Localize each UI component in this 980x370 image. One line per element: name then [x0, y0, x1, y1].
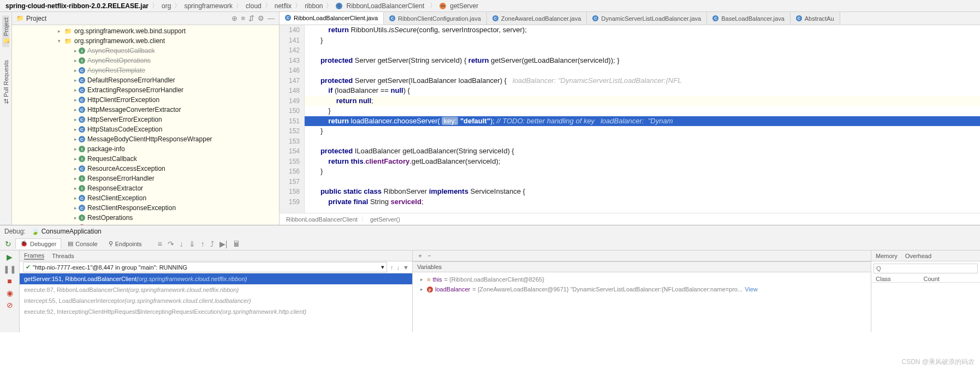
editor-tab[interactable]: CZoneAwareLoadBalancer.java: [487, 12, 587, 25]
breadcrumb-item[interactable]: netflix: [272, 2, 294, 10]
tree-item[interactable]: ▸CHttpClientErrorException: [12, 95, 279, 105]
breadcrumb-item[interactable]: cloud: [243, 2, 264, 10]
tree-item[interactable]: ▸IRestOperations: [12, 213, 279, 223]
tree-item[interactable]: ▸IAsyncRestOperations: [12, 56, 279, 65]
step-out-icon[interactable]: ↑: [199, 240, 206, 248]
tree-item[interactable]: ▸CHttpStatusCodeException: [12, 124, 279, 134]
method-icon: m: [439, 3, 446, 9]
threads-tab[interactable]: Threads: [52, 253, 74, 259]
tab-console[interactable]: ▤ Console: [63, 239, 102, 248]
editor-tab[interactable]: CRibbonLoadBalancerClient.java: [280, 12, 384, 25]
filter-icon[interactable]: ▼: [403, 264, 409, 271]
tree-item[interactable]: ▸CHttpMessageConverterExtractor: [12, 105, 279, 115]
project-tree[interactable]: ▸org.springframework.web.bind.support▾or…: [12, 25, 279, 225]
tree-item[interactable]: ▸CMessageBodyClientHttpResponseWrapper: [12, 134, 279, 144]
tree-item[interactable]: ▸CRestClientException: [12, 193, 279, 203]
tree-item[interactable]: ▸IResponseExtractor: [12, 183, 279, 193]
tree-item[interactable]: ▸CResourceAccessException: [12, 164, 279, 174]
tab-debugger[interactable]: 🐞 Debugger: [15, 238, 61, 249]
drop-frame-icon[interactable]: ⤴: [209, 240, 216, 248]
call-stack[interactable]: getServer:151, RibbonLoadBalancerClient …: [20, 273, 412, 332]
editor-area: CRibbonLoadBalancerClient.javaCRibbonCli…: [280, 12, 980, 225]
editor-breadcrumb: RibbonLoadBalancerClient 〉 getServer(): [280, 213, 980, 225]
evaluate-icon[interactable]: 🖩: [231, 240, 242, 248]
breadcrumb-item[interactable]: springframework: [182, 2, 235, 10]
stop-icon[interactable]: ■: [7, 277, 11, 285]
tree-item[interactable]: ▸ERestOperationsExtensionsKt.class: [12, 223, 279, 225]
settings-icon[interactable]: ⚙: [258, 14, 264, 22]
project-pane-title[interactable]: Project: [16, 15, 227, 22]
editor-tab[interactable]: CDynamicServerListLoadBalancer.java: [587, 12, 707, 25]
run-to-cursor-icon[interactable]: ▶|: [218, 240, 229, 248]
debug-side-toolbar: ▶ ❚❚ ■ ◉ ⊘: [0, 250, 20, 332]
force-step-into-icon[interactable]: ⇓: [187, 240, 197, 248]
editor-bc-item[interactable]: RibbonLoadBalancerClient: [286, 216, 358, 223]
tree-item[interactable]: ▸CExtractingResponseErrorHandler: [12, 85, 279, 95]
editor-tab[interactable]: CAbstractAu: [791, 12, 840, 25]
variable-row[interactable]: ▸p loadBalancer = {ZoneAwareLoadBalancer…: [415, 284, 869, 294]
tree-item[interactable]: ▸CHttpServerErrorException: [12, 115, 279, 124]
tool-tab-pull-requests[interactable]: ⇄ Pull Requests: [2, 58, 9, 106]
locate-icon[interactable]: ⊕: [231, 14, 237, 22]
frames-pane: Frames Threads ✔"http-nio-7777-exec-1"@8…: [20, 250, 413, 332]
memory-pane: Memory Overhead Class Count: [871, 250, 980, 332]
project-pane: Project ⊕ ≡ ⇵ ⚙ — ▸org.springframework.w…: [12, 12, 280, 225]
tree-item[interactable]: ▸IAsyncRequestCallback: [12, 46, 279, 56]
tree-item[interactable]: ▸CAsyncRestTemplate: [12, 65, 279, 75]
hide-icon[interactable]: —: [268, 14, 275, 22]
editor-bc-item[interactable]: getServer(): [370, 216, 400, 223]
editor-tabs: CRibbonLoadBalancerClient.javaCRibbonCli…: [280, 12, 980, 25]
overhead-tab[interactable]: Overhead: [905, 253, 931, 259]
class-icon: C: [336, 3, 342, 9]
frames-tab[interactable]: Frames: [24, 252, 44, 260]
stack-frame[interactable]: execute:87, RibbonLoadBalancerClient (or…: [20, 284, 412, 295]
memory-tab[interactable]: Memory: [876, 253, 898, 259]
variable-row[interactable]: ▸≡ this = {RibbonLoadBalancerClient@8265…: [415, 274, 869, 284]
next-frame-icon[interactable]: ↓: [397, 264, 400, 271]
variables-pane: ＋ － Variables ▸≡ this = {RibbonLoadBalan…: [413, 250, 871, 332]
expand-icon[interactable]: ≡: [241, 14, 245, 22]
stack-frame[interactable]: intercept:55, LoadBalancerInterceptor (o…: [20, 295, 412, 306]
tree-package[interactable]: ▸org.springframework.web.bind.support: [12, 26, 279, 36]
stack-frame[interactable]: getServer:151, RibbonLoadBalancerClient …: [20, 273, 412, 284]
debug-label: Debug:: [4, 228, 26, 235]
breadcrumb-item[interactable]: org: [159, 2, 173, 10]
thread-selector[interactable]: ✔"http-nio-7777-exec-1"@8,447 in group "…: [23, 262, 387, 272]
tree-item[interactable]: ▸CRestClientResponseException: [12, 203, 279, 213]
gutter: 1401411421431461471481491501511521531541…: [280, 25, 305, 213]
tree-item[interactable]: ▸IResponseErrorHandler: [12, 174, 279, 183]
step-into-icon[interactable]: ↓: [178, 240, 185, 248]
tree-item[interactable]: ▸Ipackage-info: [12, 144, 279, 154]
add-watch-icon[interactable]: ＋: [417, 252, 423, 260]
tab-endpoints[interactable]: ⚲ Endpoints: [104, 239, 146, 248]
mute-breakpoints-icon[interactable]: ⊘: [7, 301, 13, 309]
step-icon[interactable]: ≡: [156, 240, 164, 248]
nav-breadcrumb: spring-cloud-netflix-ribbon-2.0.2.RELEAS…: [0, 0, 980, 12]
view-breakpoints-icon[interactable]: ◉: [7, 289, 13, 297]
mem-col-count[interactable]: Count: [924, 276, 940, 282]
tree-item[interactable]: ▸CDefaultResponseErrorHandler: [12, 75, 279, 85]
editor-tab[interactable]: CRibbonClientConfiguration.java: [384, 12, 487, 25]
prev-frame-icon[interactable]: ↑: [390, 264, 394, 271]
editor-tab[interactable]: CBaseLoadBalancer.java: [707, 12, 791, 25]
memory-search[interactable]: [874, 264, 978, 273]
code-editor[interactable]: return RibbonUtils.isSecure(config, serv…: [305, 25, 980, 213]
breadcrumb-item[interactable]: spring-cloud-netflix-ribbon-2.0.2.RELEAS…: [3, 2, 151, 10]
breadcrumb-item[interactable]: mgetServer: [437, 2, 483, 10]
watermark: CSDN @乘风破浪的码农: [901, 357, 975, 367]
tree-item[interactable]: ▸IRequestCallback: [12, 154, 279, 164]
mem-col-class[interactable]: Class: [876, 276, 891, 282]
project-pane-header: Project ⊕ ≡ ⇵ ⚙ —: [12, 12, 279, 25]
run-config[interactable]: 🍃ConsumeApplication: [31, 228, 102, 235]
collapse-icon[interactable]: ⇵: [248, 14, 254, 22]
tool-tab-project[interactable]: 📁 Project: [2, 15, 9, 47]
pause-icon[interactable]: ❚❚: [3, 265, 16, 273]
resume-icon[interactable]: ▶: [7, 253, 13, 261]
breadcrumb-item[interactable]: ribbon: [302, 2, 325, 10]
remove-watch-icon[interactable]: －: [426, 252, 432, 260]
step-over-icon[interactable]: ↷: [166, 240, 176, 248]
tree-package[interactable]: ▾org.springframework.web.client: [12, 36, 279, 46]
stack-frame[interactable]: execute:92, InterceptingClientHttpReques…: [20, 306, 412, 317]
rerun-icon[interactable]: ↻: [3, 240, 13, 248]
breadcrumb-item[interactable]: CRibbonLoadBalancerClient: [334, 2, 429, 10]
